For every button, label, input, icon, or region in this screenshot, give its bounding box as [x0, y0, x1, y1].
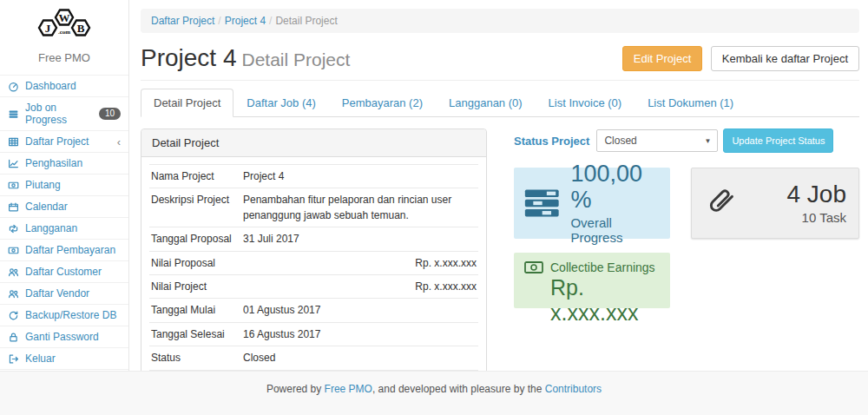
chevron-left-icon: ‹: [117, 136, 121, 148]
collectible-earnings-card: Collectibe Earnings Rp. x.xxx.xxx: [514, 253, 670, 308]
job-count-value: 4 Job: [787, 181, 847, 208]
calendar-icon: [8, 201, 19, 213]
update-project-status-button[interactable]: Update Project Status: [723, 128, 833, 153]
retweet-icon: [8, 223, 19, 234]
table-row: Deskripsi Project Penambahan fitur pelap…: [149, 188, 478, 227]
brand-name: Free PMO: [0, 51, 128, 64]
app-logo: W J B .com: [0, 0, 128, 49]
tab-bar: Detail Project Daftar Job (4) Pembayaran…: [141, 89, 859, 117]
svg-text:B: B: [77, 22, 85, 35]
page-subtitle: Detail Project: [242, 49, 351, 69]
table-icon: [8, 136, 19, 148]
main-content: Daftar Project/Project 4/Detail Project …: [130, 0, 868, 371]
table-row: Tanggal Selesai 16 Agustus 2017: [149, 322, 478, 346]
earnings-value: Rp. x.xxx.xxx: [550, 275, 660, 326]
tasks-icon: [8, 109, 19, 120]
breadcrumb-daftar-project[interactable]: Daftar Project: [151, 15, 214, 27]
overall-progress-value: 100,00 %: [570, 161, 660, 213]
tab-detail-project[interactable]: Detail Project: [141, 89, 233, 117]
tab-daftar-job[interactable]: Daftar Job (4): [233, 89, 328, 117]
sidebar-item-piutang[interactable]: Piutang: [0, 175, 128, 196]
breadcrumb: Daftar Project/Project 4/Detail Project: [141, 9, 859, 33]
panel-title: Detail Project: [141, 129, 486, 157]
sidebar-item-calendar[interactable]: Calendar: [0, 196, 128, 218]
job-count-badge: 10: [99, 108, 121, 120]
sidebar-item-daftar-project[interactable]: Daftar Project ‹: [0, 131, 128, 153]
table-row: Nilai Project Rp. x.xxx.xxx: [149, 274, 478, 298]
svg-text:J: J: [45, 22, 51, 35]
table-row: Tanggal Proposal 31 Juli 2017: [149, 227, 478, 251]
sidebar-item-keluar[interactable]: Keluar: [0, 348, 128, 370]
page-footer: Powered by Free PMO, and developed with …: [0, 371, 868, 415]
money-icon: [8, 245, 19, 256]
detail-project-panel: Detail Project Nama Project Project 4 De…: [141, 128, 487, 371]
sign-out-icon: [8, 353, 19, 365]
job-summary-card: 4 Job 10 Task: [691, 168, 859, 239]
free-pmo-link[interactable]: Free PMO: [325, 383, 372, 395]
sidebar: W J B .com Free PMO Dashboard Job on Pro…: [0, 0, 129, 371]
back-to-list-button[interactable]: Kembali ke daftar Project: [711, 46, 859, 71]
refresh-icon: [8, 310, 19, 321]
table-row: Status Closed: [149, 346, 478, 370]
contributors-link[interactable]: Contributors: [545, 383, 602, 395]
sidebar-item-daftar-vendor[interactable]: Daftar Vendor: [0, 283, 128, 305]
svg-text:W: W: [59, 11, 70, 24]
edit-project-button[interactable]: Edit Project: [622, 46, 702, 71]
tab-langganan[interactable]: Langganan (0): [436, 89, 536, 117]
earnings-label: Collectibe Earnings: [550, 260, 655, 274]
tab-list-invoice[interactable]: List Invoice (0): [536, 89, 635, 117]
caret-down-icon: ▼: [705, 137, 712, 145]
dashboard-icon: [8, 81, 19, 92]
money-icon: [8, 180, 19, 191]
users-icon: [8, 267, 19, 278]
sidebar-item-backup-restore-db[interactable]: Backup/Restore DB: [0, 305, 128, 326]
table-row: Tanggal Mulai 01 Agustus 2017: [149, 299, 478, 322]
sidebar-item-daftar-pembayaran[interactable]: Daftar Pembayaran: [0, 240, 128, 261]
users-icon: [8, 288, 19, 300]
svg-text:.com: .com: [58, 29, 70, 36]
page-title: Project 4: [141, 44, 237, 71]
table-row: Nama Project Project 4: [149, 165, 478, 188]
overall-progress-caption: Overall Progress: [570, 215, 660, 245]
page-header: Project 4Detail Project Edit Project Kem…: [141, 44, 859, 81]
sidebar-item-daftar-customer[interactable]: Daftar Customer: [0, 261, 128, 283]
overall-progress-card: 100,00 % Overall Progress: [514, 168, 670, 239]
sidebar-item-ganti-password[interactable]: Ganti Password: [0, 326, 128, 348]
sidebar-item-job-on-progress[interactable]: Job on Progress 10: [0, 97, 128, 131]
paperclip-icon: [704, 183, 740, 223]
task-count-caption: 10 Task: [787, 210, 847, 225]
tasks-icon: [524, 186, 560, 221]
sidebar-item-dashboard[interactable]: Dashboard: [0, 76, 128, 97]
line-chart-icon: [8, 158, 19, 169]
status-project-row: Status Project Closed ▼ Update Project S…: [514, 128, 859, 153]
jwb-logo-icon: W J B .com: [29, 6, 100, 46]
status-select[interactable]: Closed ▼: [596, 129, 718, 152]
tab-list-dokumen[interactable]: List Dokumen (1): [635, 89, 746, 117]
breadcrumb-current: Detail Project: [275, 15, 337, 27]
tab-pembayaran[interactable]: Pembayaran (2): [329, 89, 436, 117]
sidebar-item-langganan[interactable]: Langganan: [0, 218, 128, 240]
right-column: Status Project Closed ▼ Update Project S…: [514, 128, 859, 371]
lock-icon: [8, 332, 19, 343]
status-project-label: Status Project: [514, 135, 589, 148]
money-icon: [524, 261, 543, 273]
table-row: Nilai Proposal Rp. x.xxx.xxx: [149, 251, 478, 274]
project-detail-table: Nama Project Project 4 Deskripsi Project…: [149, 164, 478, 371]
sidebar-menu: Dashboard Job on Progress 10 Daftar Proj…: [0, 75, 128, 370]
breadcrumb-project-4[interactable]: Project 4: [225, 15, 266, 27]
sidebar-item-penghasilan[interactable]: Penghasilan: [0, 153, 128, 175]
